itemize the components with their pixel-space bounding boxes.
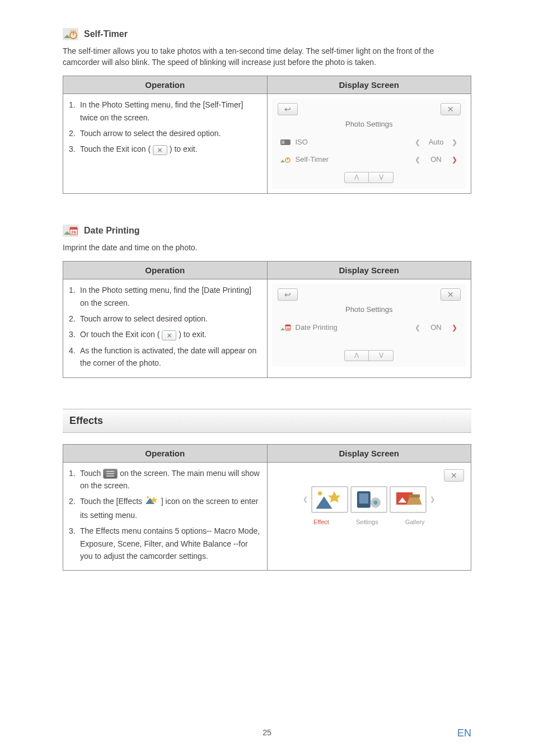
col-operation: Operation	[63, 262, 268, 279]
chevron-left-icon[interactable]: ❮	[413, 137, 423, 148]
row-iso[interactable]: ISO ❮ Auto ❯	[278, 134, 461, 151]
row-date-printing[interactable]: 26 Date Printing ❮ ON ❯	[278, 319, 461, 337]
date-printing-small-icon: 26	[279, 324, 292, 332]
svg-rect-8	[283, 141, 284, 144]
effects-table: Operation Display Screen 1. Touch on the…	[63, 444, 471, 571]
svg-point-18	[147, 496, 149, 498]
svg-rect-16	[285, 325, 291, 326]
label-settings: Settings	[356, 517, 378, 528]
heading-text: Self-Timer	[84, 29, 128, 39]
pager: ᐱ ᐯ	[278, 172, 461, 183]
svg-rect-7	[282, 141, 283, 144]
effects-icon	[144, 495, 159, 508]
intro-text: The self-timer allows you to take photos…	[63, 46, 471, 68]
close-icon[interactable]: ✕	[441, 103, 461, 115]
svg-text:26: 26	[71, 230, 76, 235]
close-icon[interactable]: ✕	[444, 469, 464, 482]
close-icon: ✕	[153, 145, 167, 155]
date-printing-icon: 26	[63, 225, 78, 237]
operation-cell: 1. Touch on the screen. The main menu wi…	[63, 462, 268, 571]
operation-cell: 1.In the Photo Setting menu, find the [S…	[63, 94, 268, 193]
page-number: 25	[0, 728, 534, 737]
svg-rect-23	[359, 493, 369, 503]
thumb-gallery[interactable]	[390, 486, 427, 513]
col-display: Display Screen	[267, 262, 471, 279]
page-up-icon[interactable]: ᐱ	[344, 350, 369, 361]
chevron-right-icon[interactable]: ❯	[449, 137, 460, 148]
svg-text:26: 26	[286, 327, 290, 330]
svg-point-4	[73, 30, 74, 31]
thumb-effect[interactable]	[311, 486, 348, 513]
section-effects: Effects Operation Display Screen 1. Touc…	[63, 409, 471, 571]
language-label: EN	[457, 727, 471, 739]
display-cell: ↩ ✕ Photo Settings ISO ❮ Auto ❯	[267, 94, 471, 193]
col-operation: Operation	[63, 76, 268, 94]
section-date-printing: 26 Date Printing Imprint the date and ti…	[63, 225, 471, 378]
svg-point-5	[75, 30, 76, 31]
self-timer-small-icon	[279, 156, 292, 164]
panel-title: Photo Settings	[278, 304, 461, 316]
col-display: Display Screen	[267, 76, 471, 94]
page-down-icon[interactable]: ᐯ	[369, 172, 394, 183]
date-printing-table: Operation Display Screen 1.In the Photo …	[63, 261, 471, 377]
intro-text: Imprint the date and time on the photo.	[63, 242, 471, 254]
self-timer-table: Operation Display Screen 1.In the Photo …	[63, 76, 471, 193]
carousel: ❮	[272, 486, 467, 513]
chevron-right-icon[interactable]: ❯	[449, 155, 460, 165]
chevron-left-icon[interactable]: ❮	[413, 323, 423, 333]
pager: ᐱ ᐯ	[278, 350, 461, 361]
iso-icon	[279, 138, 292, 146]
back-icon[interactable]: ↩	[278, 103, 298, 115]
self-timer-icon	[63, 28, 78, 40]
heading-date-printing: 26 Date Printing	[63, 225, 471, 237]
back-icon[interactable]: ↩	[278, 288, 298, 301]
close-icon: ✕	[162, 330, 176, 340]
effects-display: ✕ ❮	[272, 467, 467, 528]
svg-rect-28	[409, 494, 420, 497]
operation-cell: 1.In the Photo setting menu, find the [D…	[63, 279, 268, 377]
display-panel: ↩ ✕ Photo Settings 26	[272, 284, 467, 367]
row-self-timer[interactable]: Self-Timer ❮ ON ❯	[278, 151, 461, 169]
chevron-right-icon[interactable]: ❯	[429, 494, 436, 505]
label-effect: Effect	[313, 517, 329, 528]
chevron-right-icon[interactable]: ❯	[449, 323, 460, 333]
display-cell: ↩ ✕ Photo Settings 26	[267, 279, 471, 377]
page-down-icon[interactable]: ᐯ	[369, 350, 394, 361]
chevron-left-icon[interactable]: ❮	[413, 155, 423, 165]
carousel-labels: Effect Settings Gallery	[272, 517, 467, 528]
effects-header: Effects	[63, 409, 471, 433]
page-up-icon[interactable]: ᐱ	[344, 172, 369, 183]
display-cell: ✕ ❮	[267, 462, 471, 571]
chevron-left-icon[interactable]: ❮	[302, 494, 309, 505]
close-icon[interactable]: ✕	[441, 288, 461, 301]
heading-self-timer: Self-Timer	[63, 28, 471, 40]
svg-point-25	[374, 500, 378, 504]
display-panel: ↩ ✕ Photo Settings ISO ❮ Auto ❯	[272, 99, 467, 188]
label-gallery: Gallery	[405, 517, 425, 528]
col-operation: Operation	[63, 444, 268, 462]
heading-text: Date Printing	[84, 226, 140, 236]
svg-point-20	[318, 491, 322, 495]
menu-icon	[103, 469, 118, 479]
svg-point-3	[71, 30, 72, 31]
col-display: Display Screen	[267, 444, 471, 462]
section-self-timer: Self-Timer The self-timer allows you to …	[63, 28, 471, 194]
thumb-settings[interactable]	[350, 486, 387, 513]
panel-title: Photo Settings	[278, 119, 461, 130]
